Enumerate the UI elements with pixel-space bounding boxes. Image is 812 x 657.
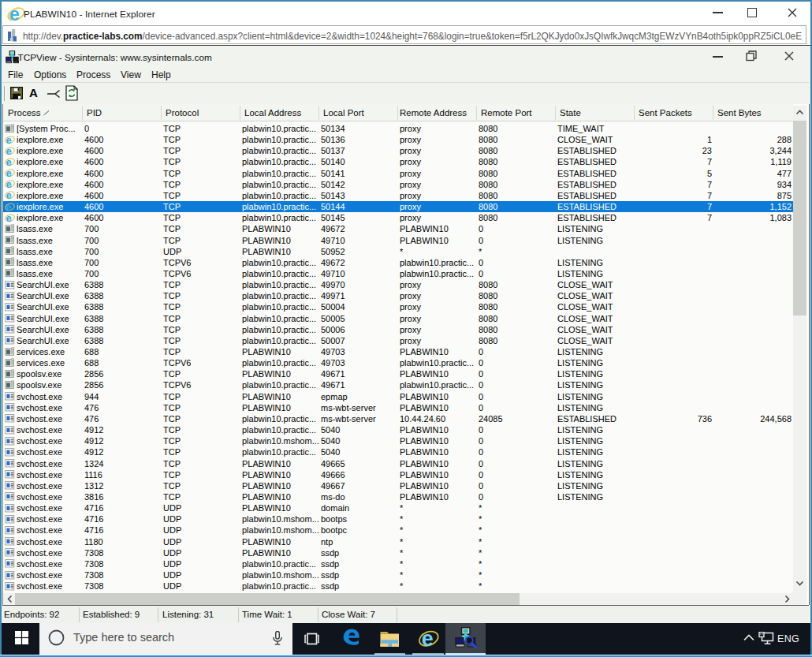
svg-text:e: e: [422, 629, 434, 649]
